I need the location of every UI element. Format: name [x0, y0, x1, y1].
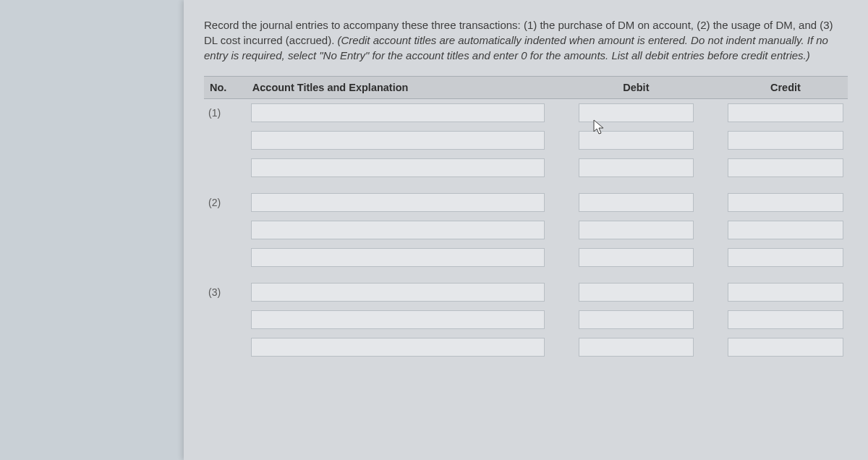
cell-debit [574, 244, 698, 271]
table-body: (1)(2)(3) [204, 99, 848, 361]
cell-gap [698, 182, 723, 216]
cell-credit [723, 271, 848, 306]
cell-debit [574, 127, 698, 154]
cell-gap [549, 333, 574, 361]
debit-input[interactable] [579, 158, 694, 177]
credit-input[interactable] [728, 248, 843, 267]
debit-input[interactable] [579, 131, 694, 150]
cell-credit [723, 182, 848, 216]
table-row [204, 244, 848, 271]
cell-credit [723, 216, 848, 244]
table-row: (1) [204, 99, 848, 127]
cell-credit [723, 127, 848, 154]
account-title-input[interactable] [251, 283, 545, 302]
header-gap2 [698, 76, 723, 99]
account-title-input[interactable] [251, 103, 545, 122]
header-gap [549, 76, 574, 99]
table-row [204, 333, 848, 361]
table-row: (2) [204, 182, 848, 216]
cell-gap [698, 333, 723, 361]
debit-input[interactable] [579, 338, 694, 357]
cell-gap [549, 182, 574, 216]
cell-account [247, 271, 549, 306]
cell-gap [549, 244, 574, 271]
account-title-input[interactable] [251, 310, 545, 329]
header-debit: Debit [574, 76, 698, 99]
debit-input[interactable] [579, 193, 694, 212]
credit-input[interactable] [728, 193, 843, 212]
debit-input[interactable] [579, 248, 694, 267]
debit-input[interactable] [579, 283, 694, 302]
cell-gap [549, 216, 574, 244]
cell-credit [723, 154, 848, 182]
credit-input[interactable] [728, 131, 843, 150]
row-number [204, 306, 247, 333]
cell-gap [698, 99, 723, 127]
worksheet-panel: Record the journal entries to accompany … [184, 0, 868, 460]
table-row [204, 216, 848, 244]
credit-input[interactable] [728, 283, 843, 302]
credit-input[interactable] [728, 338, 843, 357]
cell-credit [723, 333, 848, 361]
row-number [204, 216, 247, 244]
table-row [204, 306, 848, 333]
cell-account [247, 127, 549, 154]
row-number [204, 154, 247, 182]
cell-debit [574, 333, 698, 361]
row-number [204, 244, 247, 271]
row-number: (2) [204, 182, 247, 216]
viewport: Record the journal entries to accompany … [0, 0, 868, 460]
cell-debit [574, 271, 698, 306]
table-row: (3) [204, 271, 848, 306]
credit-input[interactable] [728, 221, 843, 239]
row-number [204, 333, 247, 361]
cell-debit [574, 154, 698, 182]
account-title-input[interactable] [251, 158, 545, 177]
table-row [204, 127, 848, 154]
cell-account [247, 216, 549, 244]
row-number: (1) [204, 99, 247, 127]
cell-gap [549, 154, 574, 182]
cell-gap [549, 271, 574, 306]
cell-debit [574, 182, 698, 216]
debit-input[interactable] [579, 221, 694, 239]
cell-debit [574, 306, 698, 333]
cell-gap [698, 127, 723, 154]
table-header-row: No. Account Titles and Explanation Debit… [204, 76, 848, 99]
account-title-input[interactable] [251, 131, 545, 150]
cell-gap [698, 216, 723, 244]
cell-credit [723, 244, 848, 271]
account-title-input[interactable] [251, 221, 545, 239]
cell-account [247, 154, 549, 182]
debit-input[interactable] [579, 310, 694, 329]
credit-input[interactable] [728, 310, 843, 329]
cell-gap [549, 127, 574, 154]
row-number: (3) [204, 271, 247, 306]
debit-input[interactable] [579, 103, 694, 122]
credit-input[interactable] [728, 103, 843, 122]
cell-account [247, 306, 549, 333]
header-credit: Credit [723, 76, 848, 99]
cell-gap [698, 306, 723, 333]
cell-debit [574, 99, 698, 127]
cell-account [247, 99, 549, 127]
credit-input[interactable] [728, 158, 843, 177]
journal-entry-table: No. Account Titles and Explanation Debit… [204, 76, 848, 361]
row-number [204, 127, 247, 154]
cell-credit [723, 306, 848, 333]
header-no: No. [204, 76, 247, 99]
account-title-input[interactable] [251, 193, 545, 212]
cell-gap [549, 99, 574, 127]
cell-account [247, 333, 549, 361]
cell-account [247, 244, 549, 271]
cell-gap [698, 271, 723, 306]
account-title-input[interactable] [251, 338, 545, 357]
question-prompt: Record the journal entries to accompany … [204, 17, 848, 63]
cell-gap [698, 244, 723, 271]
cell-gap [698, 154, 723, 182]
cell-account [247, 182, 549, 216]
content-area: Record the journal entries to accompany … [184, 0, 868, 361]
account-title-input[interactable] [251, 248, 545, 267]
table-row [204, 154, 848, 182]
cell-debit [574, 216, 698, 244]
